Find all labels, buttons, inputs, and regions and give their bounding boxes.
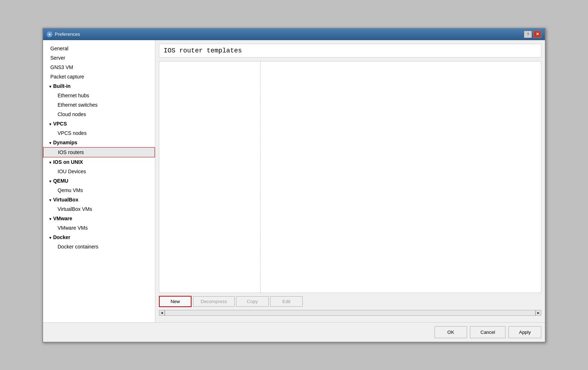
sidebar-item-ethernet-switches[interactable]: Ethernet switches [43,100,155,110]
preferences-window: ● Preferences ? ✕ General Server GNS3 VM… [42,28,546,343]
sidebar-item-server[interactable]: Server [43,53,155,63]
sidebar-item-qemu-vms[interactable]: Qemu VMs [43,186,155,195]
ok-button[interactable]: OK [434,326,467,338]
sidebar-item-vpcs[interactable]: VPCS [43,119,155,128]
apply-button[interactable]: Apply [508,326,541,338]
cancel-button[interactable]: Cancel [470,326,505,338]
title-bar: ● Preferences ? ✕ [43,29,545,40]
scroll-right-button[interactable]: ► [536,310,541,316]
template-list [159,61,261,293]
section-title: IOS router templates [159,44,541,58]
window-title: Preferences [55,31,80,37]
sidebar-item-iou-devices[interactable]: IOU Devices [43,167,155,176]
edit-button[interactable]: Edit [270,296,303,307]
sidebar-item-virtualbox[interactable]: VirtualBox [43,195,155,204]
sidebar-item-docker[interactable]: Docker [43,233,155,242]
sidebar-item-ios-on-unix[interactable]: IOS on UNIX [43,157,155,167]
copy-button[interactable]: Copy [236,296,269,307]
scroll-left-button[interactable]: ◄ [159,310,165,316]
sidebar-item-virtualbox-vms[interactable]: VirtualBox VMs [43,204,155,214]
sidebar-item-cloud-nodes[interactable]: Cloud nodes [43,110,155,119]
sidebar: General Server GNS3 VM Packet capture Bu… [43,40,155,322]
decompress-button[interactable]: Decompress [193,296,235,307]
template-area [159,61,541,293]
sidebar-item-general[interactable]: General [43,44,155,53]
sidebar-item-gns3vm[interactable]: GNS3 VM [43,63,155,72]
sidebar-item-dynamips[interactable]: Dynamips [43,138,155,147]
sidebar-item-vmware-vms[interactable]: VMware VMs [43,223,155,233]
footer-buttons: OK Cancel Apply [43,322,545,342]
main-content: IOS router templates New Decompress Copy… [155,40,545,322]
sidebar-item-packet-capture[interactable]: Packet capture [43,72,155,81]
sidebar-item-qemu[interactable]: QEMU [43,176,155,186]
app-icon: ● [47,31,52,37]
sidebar-item-built-in[interactable]: Built-in [43,81,155,91]
scrollbar-row: ◄ ► [159,310,541,316]
help-button[interactable]: ? [524,31,532,38]
action-buttons: New Decompress Copy Edit [159,296,541,307]
sidebar-item-ethernet-hubs[interactable]: Ethernet hubs [43,91,155,100]
sidebar-item-vmware[interactable]: VMware [43,214,155,223]
sidebar-item-vpcs-nodes[interactable]: VPCS nodes [43,128,155,138]
close-button[interactable]: ✕ [533,31,541,38]
sidebar-item-ios-routers[interactable]: IOS routers [43,147,155,157]
new-button[interactable]: New [159,296,192,307]
title-bar-left: ● Preferences [47,31,80,37]
window-body: General Server GNS3 VM Packet capture Bu… [43,40,545,322]
sidebar-item-docker-containers[interactable]: Docker containers [43,242,155,251]
title-bar-buttons: ? ✕ [524,31,541,38]
scroll-track[interactable] [165,310,536,316]
template-detail [261,61,541,293]
